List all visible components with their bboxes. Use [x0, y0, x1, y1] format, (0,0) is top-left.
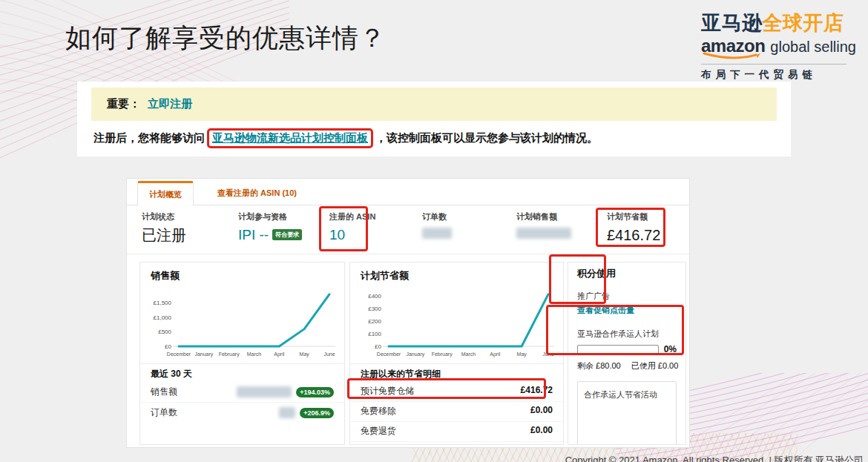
logo-cn-orange: 全球开店	[763, 12, 844, 34]
blurred-value	[422, 228, 452, 239]
logo-chinese-line: 亚马逊全球开店	[701, 12, 849, 35]
svg-text:January: January	[194, 352, 213, 357]
amazon-global-selling-logo: 亚马逊全球开店 amazon global selling 布局下一代贸易链	[701, 12, 849, 80]
svg-text:February: February	[219, 352, 240, 357]
svg-text:£0: £0	[375, 343, 381, 350]
svg-text:January: January	[406, 352, 424, 357]
svg-text:£100: £100	[368, 331, 381, 337]
logo-divider	[701, 64, 846, 65]
sales-growth-badge: +194.03%	[296, 387, 334, 397]
notice-card: 重要： 立即注册 注册后，您将能够访问 亚马逊物流新选品计划控制面板 ，该控制面…	[77, 82, 791, 156]
recent-sales-row: 销售额 +194.03%	[140, 382, 344, 402]
svg-text:May: May	[517, 352, 527, 357]
svg-text:£0: £0	[165, 343, 171, 350]
view-promo-clicks-link[interactable]: 查看促销点击量	[577, 305, 634, 316]
copyright-text: Copyright © 2021 Amazon. All rights Rese…	[0, 454, 864, 462]
svg-text:December: December	[377, 352, 401, 357]
stats-divider	[127, 254, 689, 254]
logo-cn-dark: 亚马逊	[701, 12, 763, 34]
svg-text:June: June	[323, 352, 335, 357]
svg-text:February: February	[432, 352, 453, 357]
svg-text:£500: £500	[158, 329, 171, 335]
sales-panel: 销售额 £1,500£1,000£500£0DecemberJanuaryFeb…	[139, 262, 345, 445]
svg-text:April: April	[490, 352, 500, 357]
points-usage-panel: 积分使用 推广广告 查看促销点击量 亚马逊合作承运人计划 0% 剩余 £80.0…	[568, 262, 686, 445]
important-banner: 重要： 立即注册	[91, 88, 777, 121]
dashboard-link-highlight-box: 亚马逊物流新选品计划控制面板	[207, 128, 373, 148]
notice-body-suffix: ，该控制面板可以显示您参与该计划的情况。	[375, 131, 598, 145]
logo-tagline: 布局下一代贸易链	[701, 69, 849, 81]
tab-plan-overview[interactable]: 计划概览	[137, 181, 194, 206]
carrier-progress-percent: 0%	[664, 344, 677, 354]
stat-eligibility: 计划参与资格 IPI -- 符合要求	[238, 211, 302, 242]
stat-plan-savings: 计划节省额 £416.72	[607, 211, 660, 242]
savings-detail-heading: 注册以来的节省明细	[350, 363, 563, 382]
svg-text:£1,500: £1,500	[154, 300, 172, 306]
stat-registered-asin: 注册的 ASIN 10	[329, 211, 375, 242]
eligibility-badge: 符合要求	[272, 229, 302, 240]
sales-line-chart: £1,500£1,000£500£0DecemberJanuaryFebruar…	[143, 284, 341, 361]
fba-new-selection-dashboard-link[interactable]: 亚马逊物流新选品计划控制面板	[212, 131, 368, 144]
savings-line-chart: £400£300£200£100£0DecemberJanuaryFebruar…	[353, 284, 560, 361]
carrier-balance-row: 剩余 £80.00 已使用 £0.00	[577, 360, 677, 372]
carrier-savings-activity-box: 合作承运人节省活动	[577, 381, 677, 445]
orders-growth-badge: +206.9%	[300, 408, 334, 418]
carrier-activity-label: 合作承运人节省活动	[584, 390, 657, 399]
blurred-value	[516, 228, 571, 239]
logo-global-selling: global selling	[770, 39, 856, 56]
svg-text:£1,000: £1,000	[154, 314, 172, 321]
carrier-used: 已使用 £0.00	[631, 360, 679, 372]
dashboard-tabbar: 计划概览 查看注册的 ASIN (10)	[127, 179, 689, 205]
stats-row: 计划状态 已注册 计划参与资格 IPI -- 符合要求 注册的 ASIN 10 …	[127, 208, 689, 254]
svg-text:£300: £300	[368, 306, 381, 312]
stat-plan-status: 计划状态 已注册	[142, 211, 186, 242]
blurred-value	[237, 386, 292, 397]
svg-text:£400: £400	[368, 293, 381, 300]
register-now-link[interactable]: 立即注册	[148, 97, 192, 111]
recent-orders-row: 订单数 +206.9%	[140, 402, 344, 423]
recent-30-days-heading: 最近 30 天	[140, 363, 344, 382]
amazon-smile-icon	[703, 52, 763, 61]
notice-body-prefix: 注册后，您将能够访问	[93, 131, 205, 145]
savings-chart-title: 计划节省额	[350, 263, 563, 283]
stat-order-count: 订单数	[422, 211, 452, 239]
free-returns-row: 免费退货 £0.00	[350, 421, 563, 441]
page-title: 如何了解享受的优惠详情？	[65, 21, 386, 56]
svg-text:March: March	[461, 352, 476, 357]
seller-dashboard-card: 计划概览 查看注册的 ASIN (10) 计划状态 已注册 计划参与资格 IPI…	[126, 178, 690, 448]
svg-text:April: April	[274, 352, 284, 357]
points-usage-heading: 积分使用	[577, 267, 677, 280]
plan-savings-panel: 计划节省额 £400£300£200£100£0DecemberJanuaryF…	[349, 262, 564, 445]
svg-text:December: December	[167, 352, 191, 357]
svg-text:March: March	[247, 352, 262, 357]
notice-body-text: 注册后，您将能够访问 亚马逊物流新选品计划控制面板 ，该控制面板可以显示您参与该…	[93, 128, 598, 148]
logo-amazon-wordmark: amazon	[701, 36, 765, 56]
blurred-value	[279, 407, 295, 418]
free-storage-row: 预计免费仓储 £416.72	[350, 382, 563, 401]
carrier-program-title: 亚马逊合作承运人计划	[577, 329, 677, 340]
svg-text:May: May	[300, 352, 310, 357]
carrier-progress-row: 0%	[577, 344, 677, 354]
logo-english-line: amazon global selling	[701, 36, 849, 56]
free-removal-row: 免费移除 £0.00	[350, 401, 563, 421]
carrier-progress-bar	[577, 345, 659, 354]
svg-text:£200: £200	[368, 318, 381, 325]
tab-registered-asins[interactable]: 查看注册的 ASIN (10)	[217, 188, 297, 199]
stat-plan-sales: 计划销售额	[516, 211, 571, 239]
sales-chart-title: 销售额	[140, 263, 344, 283]
important-label: 重要：	[107, 97, 140, 111]
points-used-row: 积分使用 £0.00	[350, 441, 563, 445]
carrier-remaining: 剩余 £80.00	[577, 360, 621, 372]
presentation-slide: 如何了解享受的优惠详情？ 亚马逊全球开店 amazon global selli…	[0, 0, 868, 462]
promo-ads-label: 推广广告	[577, 291, 677, 302]
svg-text:June: June	[542, 352, 553, 357]
